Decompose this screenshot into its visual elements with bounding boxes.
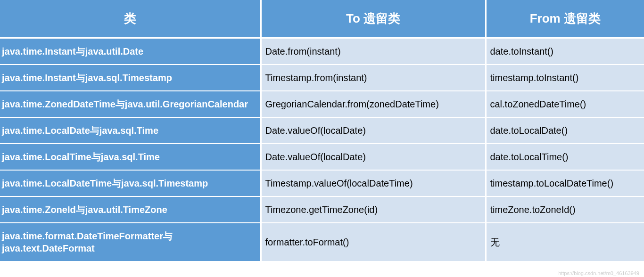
cell-to: Timezone.getTimeZone(id): [261, 196, 486, 223]
cell-class: java.time.format.DateTimeFormatter与java.…: [0, 223, 261, 261]
header-class: 类: [0, 0, 261, 38]
cell-from: timeZone.toZoneId(): [486, 196, 644, 223]
table-row: java.time.ZoneId与java.util.TimeZone Time…: [0, 196, 644, 223]
cell-from: 无: [486, 223, 644, 261]
table-row: java.time.LocalTime与java.sql.Time Date.v…: [0, 144, 644, 170]
table-row: java.time.ZonedDateTime与java.util.Gregor…: [0, 91, 644, 117]
cell-to: Timestamp.valueOf(localDateTime): [261, 170, 486, 196]
cell-class: java.time.ZonedDateTime与java.util.Gregor…: [0, 91, 261, 117]
cell-from: date.toLocalTime(): [486, 144, 644, 170]
table-header-row: 类 To 遗留类 From 遗留类: [0, 0, 644, 38]
table-body: java.time.Instant与java.util.Date Date.fr…: [0, 38, 644, 262]
cell-from: date.toInstant(): [486, 38, 644, 65]
cell-from: timestamp.toLocalDateTime(): [486, 170, 644, 196]
java-time-legacy-mapping-table: 类 To 遗留类 From 遗留类 java.time.Instant与java…: [0, 0, 644, 262]
cell-to: Date.valueOf(localDate): [261, 117, 486, 144]
cell-to: formatter.toFormat(): [261, 223, 486, 261]
cell-to: Date.valueOf(localDate): [261, 144, 486, 170]
header-from-legacy: From 遗留类: [486, 0, 644, 38]
cell-class: java.time.LocalDateTime与java.sql.Timesta…: [0, 170, 261, 196]
cell-to: GregorianCalendar.from(zonedDateTime): [261, 91, 486, 117]
cell-to: Date.from(instant): [261, 38, 486, 65]
cell-class: java.time.LocalDate与java.sql.Time: [0, 117, 261, 144]
cell-from: date.toLocalDate(): [486, 117, 644, 144]
cell-class: java.time.LocalTime与java.sql.Time: [0, 144, 261, 170]
cell-from: timestamp.toInstant(): [486, 65, 644, 91]
table-row: java.time.format.DateTimeFormatter与java.…: [0, 223, 644, 261]
table-row: java.time.LocalDate与java.sql.Time Date.v…: [0, 117, 644, 144]
cell-from: cal.toZonedDateTime(): [486, 91, 644, 117]
header-to-legacy: To 遗留类: [261, 0, 486, 38]
table-row: java.time.Instant与java.util.Date Date.fr…: [0, 38, 644, 65]
cell-class: java.time.Instant与java.util.Date: [0, 38, 261, 65]
cell-to: Timestamp.from(instant): [261, 65, 486, 91]
table-row: java.time.Instant与java.sql.Timestamp Tim…: [0, 65, 644, 91]
cell-class: java.time.Instant与java.sql.Timestamp: [0, 65, 261, 91]
cell-class: java.time.ZoneId与java.util.TimeZone: [0, 196, 261, 223]
table-row: java.time.LocalDateTime与java.sql.Timesta…: [0, 170, 644, 196]
